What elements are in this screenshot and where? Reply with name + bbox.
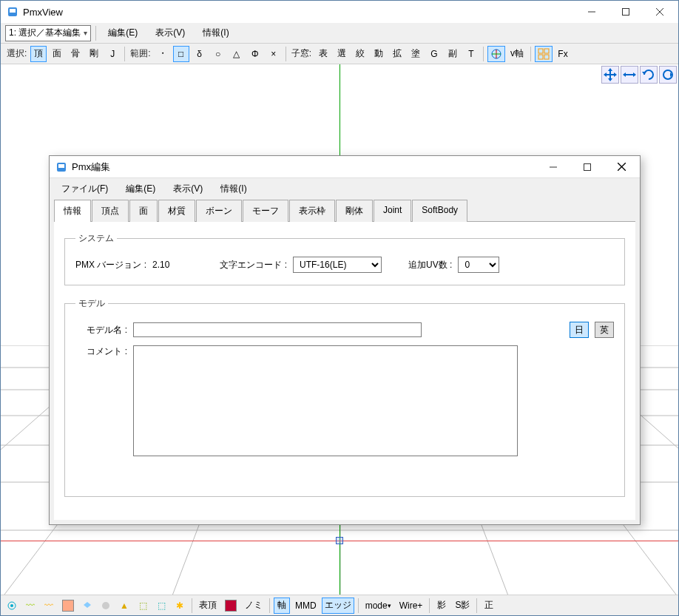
model-legend: モデル xyxy=(75,297,108,310)
sel-face-button[interactable]: 面 xyxy=(49,46,65,62)
range-circle-button[interactable]: ○ xyxy=(210,46,226,62)
svg-rect-1 xyxy=(10,9,16,13)
lang-jp-button[interactable]: 日 xyxy=(570,322,589,338)
separator xyxy=(95,26,96,41)
tab-display[interactable]: 表示枠 xyxy=(289,200,335,222)
status-red-swatch[interactable] xyxy=(222,598,240,614)
svg-marker-33 xyxy=(614,72,617,77)
dialog-titlebar[interactable]: Pmx編集 xyxy=(50,156,640,178)
status-axis-button[interactable]: 軸 xyxy=(274,598,290,614)
comment-label: コメント : xyxy=(75,345,127,358)
status-mmd-button[interactable]: MMD xyxy=(292,598,320,614)
dialog-menu-edit[interactable]: 編集(E) xyxy=(118,180,163,198)
childwin-label: 子窓: xyxy=(290,47,313,60)
separator xyxy=(358,598,359,613)
range-phi-button[interactable]: Φ xyxy=(247,46,263,62)
comment-textarea[interactable] xyxy=(133,345,518,456)
range-dot-button[interactable]: ・ xyxy=(155,46,171,62)
fx-button[interactable]: Fx xyxy=(555,46,571,62)
status-nomi-button[interactable]: ノミ xyxy=(242,598,266,614)
status-wave2-icon[interactable]: 〰 xyxy=(41,598,57,614)
status-link-icon[interactable]: ⬚ xyxy=(135,598,151,614)
status-shadow-button[interactable]: 影 xyxy=(433,598,450,614)
status-square-icon[interactable] xyxy=(59,598,77,614)
childwin-7[interactable]: 副 xyxy=(445,46,461,62)
svg-rect-3 xyxy=(623,9,629,16)
childwin-1[interactable]: 選 xyxy=(334,46,350,62)
status-sphere-icon[interactable] xyxy=(98,598,114,614)
status-surface-button[interactable]: 表頂 xyxy=(196,598,220,614)
childwin-5[interactable]: 塗 xyxy=(408,46,424,62)
axis-indicator-button[interactable] xyxy=(487,46,505,62)
lang-en-button[interactable]: 英 xyxy=(595,322,614,338)
sel-joint-button[interactable]: J xyxy=(104,46,121,62)
childwin-4[interactable]: 拡 xyxy=(389,46,405,62)
childwin-8[interactable]: T xyxy=(463,46,479,62)
tab-face[interactable]: 面 xyxy=(129,200,158,222)
mode-combo[interactable]: 1: 選択／基本編集 ▾ xyxy=(5,25,91,41)
model-name-label: モデル名 : xyxy=(75,324,127,336)
svg-marker-35 xyxy=(623,72,626,77)
status-wave1-icon[interactable]: 〰 xyxy=(22,598,38,614)
version-label: PMX バージョン : xyxy=(75,259,146,271)
sel-rigid-button[interactable]: 剛 xyxy=(86,46,102,62)
vaxis-button[interactable]: v軸 xyxy=(507,46,527,62)
status-flag-icon[interactable]: ▲ xyxy=(116,598,132,614)
status-dots-icon[interactable]: ⬚ xyxy=(153,598,169,614)
status-wire-button[interactable]: Wire+ xyxy=(396,598,426,614)
dialog-maximize-button[interactable] xyxy=(570,156,604,178)
svg-rect-47 xyxy=(584,163,591,170)
tab-softbody[interactable]: SoftBody xyxy=(412,200,467,222)
dialog-minimize-button[interactable] xyxy=(536,156,570,178)
uv-label: 追加UV数 : xyxy=(408,259,452,271)
encoding-select[interactable]: UTF-16(LE) xyxy=(293,257,382,273)
menu-info[interactable]: 情報(I) xyxy=(195,24,236,42)
tab-morph[interactable]: モーフ xyxy=(243,200,288,222)
status-bug-icon[interactable]: ✱ xyxy=(172,598,188,614)
status-mode-button[interactable]: mode ▾ xyxy=(362,598,394,614)
move-gizmo-button[interactable] xyxy=(601,66,619,84)
maximize-button[interactable] xyxy=(609,1,643,23)
svg-marker-32 xyxy=(604,72,607,77)
minimize-button[interactable] xyxy=(575,1,609,23)
dialog-menu-file[interactable]: ファイル(F) xyxy=(54,180,115,198)
origin-gizmo[interactable] xyxy=(336,537,343,544)
childwin-0[interactable]: 表 xyxy=(315,46,331,62)
dialog-close-button[interactable] xyxy=(604,156,638,178)
range-x-button[interactable]: × xyxy=(266,46,282,62)
tab-vertex[interactable]: 頂点 xyxy=(92,200,129,222)
status-normal-button[interactable]: 正 xyxy=(481,598,497,614)
dialog-menu-view[interactable]: 表示(V) xyxy=(166,180,210,198)
separator xyxy=(192,598,192,613)
range-tri-button[interactable]: △ xyxy=(229,46,245,62)
childwin-6[interactable]: G xyxy=(426,46,442,62)
childwin-2[interactable]: 絞 xyxy=(352,46,368,62)
close-button[interactable] xyxy=(643,1,677,23)
menu-edit[interactable]: 編集(E) xyxy=(101,24,145,42)
tab-material[interactable]: 材質 xyxy=(158,200,195,222)
range-delta-button[interactable]: δ xyxy=(192,46,208,62)
childwin-3[interactable]: 動 xyxy=(371,46,387,62)
rotate-gizmo-button[interactable] xyxy=(640,66,658,84)
sel-vertex-button[interactable]: 頂 xyxy=(30,46,47,62)
quad-view-button[interactable] xyxy=(535,46,553,62)
dialog-menu-info[interactable]: 情報(I) xyxy=(213,180,254,198)
tab-bone[interactable]: ボーン xyxy=(196,200,242,222)
status-layers-icon[interactable] xyxy=(79,598,95,614)
statusbar: 〰 〰 ▲ ⬚ ⬚ ✱ 表頂 ノミ 軸 MMD エッジ mode ▾ Wire+… xyxy=(1,595,678,615)
uv-select[interactable]: 0 xyxy=(458,257,499,273)
tab-info[interactable]: 情報 xyxy=(54,200,91,222)
tab-joint[interactable]: Joint xyxy=(374,200,411,222)
status-sshadow-button[interactable]: S影 xyxy=(452,598,473,614)
sel-bone-button[interactable]: 骨 xyxy=(67,46,84,62)
status-target-icon[interactable] xyxy=(4,598,20,614)
main-titlebar: PmxView xyxy=(1,1,678,23)
status-edge-button[interactable]: エッジ xyxy=(322,598,354,614)
range-rect-button[interactable]: □ xyxy=(173,46,189,62)
tab-rigid[interactable]: 剛体 xyxy=(336,200,373,222)
orbit-button[interactable] xyxy=(659,66,677,84)
range-label: 範囲: xyxy=(129,47,152,60)
scale-gizmo-button[interactable] xyxy=(621,66,638,84)
menu-view[interactable]: 表示(V) xyxy=(148,24,192,42)
model-name-input[interactable] xyxy=(133,322,422,337)
